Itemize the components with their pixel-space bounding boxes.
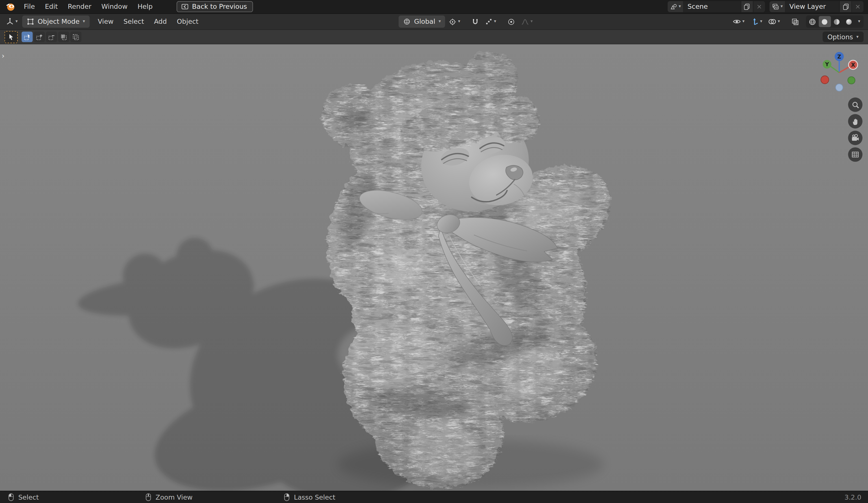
menu-add[interactable]: Add	[149, 15, 172, 28]
chevron-down-icon: ▾	[858, 20, 860, 24]
proportional-edit-toggle[interactable]	[505, 16, 518, 28]
shading-rendered-button[interactable]	[843, 16, 855, 27]
shading-options-dropdown[interactable]: ▾	[855, 16, 863, 27]
gizmo-axis-z-neg[interactable]	[836, 84, 843, 91]
chevron-down-icon: ▾	[438, 20, 441, 24]
object-mode-icon	[27, 18, 34, 26]
view-layer-icon	[772, 3, 779, 10]
chevron-down-icon: ▾	[458, 20, 460, 24]
select-mode-invert-button[interactable]	[58, 32, 69, 42]
gizmo-axis-x-neg[interactable]	[821, 76, 829, 84]
chevron-down-icon: ▾	[856, 34, 859, 39]
select-new-icon	[23, 33, 31, 41]
gizmo-icon	[750, 17, 759, 26]
chevron-down-icon: ▾	[531, 20, 533, 24]
shading-material-button[interactable]	[831, 16, 843, 27]
gizmo-axis-y-neg[interactable]	[848, 77, 855, 84]
menu-file[interactable]: File	[19, 0, 40, 13]
scene-name-field[interactable]: Scene	[683, 1, 741, 12]
mode-selector[interactable]: Object Mode ▾	[22, 16, 89, 28]
tool-settings-bar: Options ▾	[0, 30, 868, 44]
shading-mode-group: ▾	[806, 16, 864, 28]
active-tool-select-box-button[interactable]	[4, 31, 18, 43]
snap-toggle[interactable]	[469, 16, 482, 28]
close-icon: ×	[756, 3, 762, 10]
zoom-view-button[interactable]	[848, 98, 862, 112]
gizmo-x-label: X	[851, 62, 855, 68]
object-visibility-selector[interactable]: ▾	[730, 16, 747, 28]
topbar-right: ▾ Scene × ▾ View Layer	[668, 1, 864, 12]
browse-scene-button[interactable]: ▾	[668, 1, 683, 12]
scene-datablock: ▾ Scene ×	[668, 1, 765, 12]
pivot-point-selector[interactable]: ▾	[446, 16, 463, 28]
hand-icon	[851, 117, 859, 125]
select-subtract-icon	[48, 33, 55, 41]
shading-solid-button[interactable]	[819, 16, 831, 27]
topbar-menus: File Edit Render Window Help	[19, 0, 158, 13]
mouse-right-icon	[283, 493, 290, 501]
chevron-down-icon: ▾	[760, 20, 762, 24]
select-invert-icon	[60, 33, 68, 41]
menu-object[interactable]: Object	[172, 15, 204, 28]
menu-help[interactable]: Help	[133, 0, 158, 13]
select-mode-group	[21, 32, 81, 42]
select-mode-subtract-button[interactable]	[46, 32, 57, 42]
wireframe-sphere-icon	[808, 18, 817, 26]
options-dropdown[interactable]: Options ▾	[823, 32, 864, 42]
status-hint-zoom: Zoom View	[145, 491, 193, 503]
toggle-projection-button[interactable]	[848, 147, 862, 162]
transform-orientation-selector[interactable]: Global ▾	[399, 16, 445, 28]
options-label: Options	[827, 33, 853, 41]
new-scene-button[interactable]	[741, 1, 753, 12]
viewport-nav-buttons	[848, 98, 862, 162]
status-hint-label: Zoom View	[156, 493, 193, 501]
cursor-icon	[7, 33, 15, 41]
proportional-falloff-selector[interactable]: ▾	[519, 16, 535, 28]
xray-toggle[interactable]	[789, 16, 802, 28]
app-menu-button[interactable]	[2, 0, 19, 13]
remove-view-layer-button[interactable]: ×	[851, 1, 864, 12]
view-layer-name-field[interactable]: View Layer	[785, 1, 839, 12]
status-hint-label: Lasso Select	[294, 493, 335, 501]
duplicate-icon	[842, 3, 849, 10]
toolbar-expand-button[interactable]: ›	[2, 52, 4, 59]
show-overlays-selector[interactable]: ▾	[766, 16, 782, 28]
select-mode-new-button[interactable]	[21, 32, 32, 42]
gizmo-y-label: Y	[825, 61, 829, 67]
move-view-button[interactable]	[848, 114, 862, 129]
falloff-curve-icon	[521, 18, 529, 26]
proportional-edit-icon	[507, 18, 515, 26]
blender-logo-icon	[6, 2, 16, 12]
viewport-canvas[interactable]	[0, 44, 868, 491]
shading-wireframe-button[interactable]	[807, 16, 819, 27]
viewport-header-center: Global ▾ ▾ ▾ ▾	[399, 16, 535, 28]
status-hint-label: Select	[18, 493, 39, 501]
snap-target-selector[interactable]: ▾	[483, 16, 498, 28]
navigation-gizmo[interactable]: Z Y X	[816, 49, 862, 95]
pivot-point-icon	[449, 18, 457, 26]
orientation-label: Global	[414, 18, 435, 26]
camera-view-button[interactable]	[848, 131, 862, 145]
editor-type-button[interactable]: ▾	[3, 16, 20, 28]
menu-select[interactable]: Select	[118, 15, 149, 28]
magnifier-icon	[851, 101, 859, 109]
mouse-middle-icon	[145, 493, 152, 501]
xray-icon	[791, 18, 799, 26]
select-mode-intersect-button[interactable]	[70, 32, 81, 42]
scene-icon	[670, 3, 678, 10]
select-mode-extend-button[interactable]	[34, 32, 45, 42]
new-view-layer-button[interactable]	[839, 1, 851, 12]
menu-render[interactable]: Render	[63, 0, 96, 13]
unlink-scene-button[interactable]: ×	[753, 1, 765, 12]
status-bar: Select Zoom View Lasso Select 3.2.0	[0, 491, 868, 503]
editor-3d-viewport-icon	[6, 17, 14, 26]
browse-view-layer-button[interactable]: ▾	[769, 1, 785, 12]
show-gizmos-selector[interactable]: ▾	[748, 16, 765, 28]
menu-edit[interactable]: Edit	[40, 0, 63, 13]
topbar: File Edit Render Window Help Back to Pre…	[0, 0, 868, 14]
menu-window[interactable]: Window	[96, 0, 133, 13]
viewport-3d[interactable]: › Z Y X	[0, 44, 868, 491]
back-to-previous-button[interactable]: Back to Previous	[177, 1, 253, 12]
magnet-icon	[471, 18, 479, 26]
menu-view[interactable]: View	[93, 15, 118, 28]
